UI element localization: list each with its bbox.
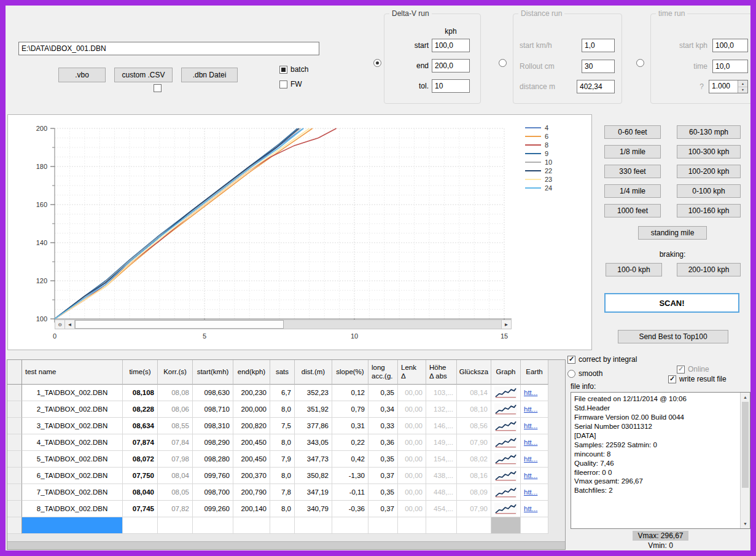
col-header-start[interactable]: start(kmh) bbox=[193, 360, 233, 385]
correct-by-integral-checkbox[interactable]: ✓ correct by integral bbox=[567, 355, 637, 364]
col-header-end[interactable]: end(kph) bbox=[233, 360, 270, 385]
row-header[interactable] bbox=[7, 501, 22, 517]
col-header-sats[interactable]: sats bbox=[270, 360, 295, 385]
quick-button-1-8-mile[interactable]: 1/8 mile bbox=[604, 145, 661, 159]
cell-sats-empty[interactable] bbox=[270, 517, 295, 534]
earth-link[interactable]: htt... bbox=[524, 422, 537, 429]
delta-end-input[interactable] bbox=[432, 59, 470, 72]
cell-earth-empty[interactable] bbox=[521, 517, 548, 534]
graph-cell[interactable] bbox=[491, 418, 521, 434]
braking-200-100-button[interactable]: 200-100 kph bbox=[677, 263, 741, 276]
earth-link[interactable]: htt... bbox=[524, 389, 537, 396]
table-row[interactable]: 8_TA\DBOX_002.DBN07,74507,82099,260200,1… bbox=[7, 501, 565, 517]
row-header[interactable] bbox=[7, 517, 22, 534]
cell-lenk-empty[interactable] bbox=[398, 517, 426, 534]
delta-v-radio[interactable] bbox=[373, 59, 381, 67]
chart-scrollbar-track[interactable] bbox=[284, 320, 501, 329]
scroll-right-icon[interactable]: ► bbox=[501, 320, 511, 329]
graph-cell[interactable] bbox=[491, 468, 521, 484]
rollout-input[interactable] bbox=[582, 60, 615, 73]
row-header[interactable] bbox=[7, 468, 22, 484]
earth-link[interactable]: htt... bbox=[524, 488, 537, 496]
file-info-scrollbar[interactable]: ▲ ▼ bbox=[740, 393, 750, 528]
dbn-datei-button[interactable]: .dbn Datei bbox=[181, 68, 238, 82]
earth-link[interactable]: htt... bbox=[524, 505, 537, 512]
vbo-button[interactable]: .vbo bbox=[58, 68, 106, 82]
scroll-up-icon[interactable]: ▲ bbox=[741, 393, 750, 402]
spin-up-icon[interactable]: ▲ bbox=[738, 80, 747, 87]
row-header[interactable] bbox=[7, 385, 22, 401]
cell-start-empty[interactable] bbox=[193, 517, 233, 534]
cell-dist-empty[interactable] bbox=[295, 517, 332, 534]
table-row[interactable]: 1_TA\DBOX_002.DBN08,10808,08098,630200,2… bbox=[7, 385, 565, 401]
table-row[interactable]: 3_TA\DBOX_002.DBN08,63408,55098,310200,8… bbox=[7, 418, 565, 434]
table-row[interactable]: 4_TA\DBOX_002.DBN07,87407,84098,290200,4… bbox=[7, 434, 565, 451]
col-header-slope[interactable]: slope(%) bbox=[332, 360, 368, 385]
time-start-input[interactable] bbox=[712, 39, 748, 52]
table-row[interactable]: 5_TA\DBOX_002.DBN08,07207,98098,280200,4… bbox=[7, 451, 565, 468]
quick-button-1000-feet[interactable]: 1000 feet bbox=[604, 204, 661, 217]
quick-button-0-100-kph[interactable]: 0-100 kph bbox=[677, 184, 741, 198]
earth-link[interactable]: htt... bbox=[524, 472, 537, 479]
graph-cell[interactable] bbox=[491, 434, 521, 451]
graph-cell[interactable] bbox=[491, 501, 521, 517]
col-header-time[interactable]: time(s) bbox=[123, 360, 158, 385]
info-scrollbar-track[interactable] bbox=[741, 488, 750, 519]
zoom-out-icon[interactable]: ⊖ bbox=[55, 320, 65, 329]
info-scrollbar-thumb[interactable] bbox=[742, 402, 749, 488]
write-result-file-checkbox[interactable]: ✓ write result file bbox=[668, 375, 727, 383]
time-input[interactable] bbox=[712, 60, 748, 73]
factor-spinner[interactable]: 1.000 ▲ ▼ bbox=[709, 80, 748, 93]
chart-scrollbar-thumb[interactable] bbox=[75, 320, 284, 329]
row-header[interactable] bbox=[7, 418, 22, 434]
distance-m-input[interactable] bbox=[577, 80, 615, 93]
cell-glueck-empty[interactable] bbox=[457, 517, 491, 534]
col-header-graph[interactable]: Graph bbox=[491, 360, 521, 385]
scan-button[interactable]: SCAN! bbox=[604, 293, 739, 313]
cell-end-empty[interactable] bbox=[233, 517, 270, 534]
earth-link[interactable]: htt... bbox=[524, 455, 537, 463]
time-radio[interactable] bbox=[636, 59, 644, 67]
col-header-acc[interactable]: long acc.(g. bbox=[368, 360, 398, 385]
cell-korr-empty[interactable] bbox=[158, 517, 193, 534]
row-header[interactable] bbox=[7, 451, 22, 468]
col-header-name[interactable]: test name bbox=[22, 360, 123, 385]
spin-down-icon[interactable]: ▼ bbox=[738, 87, 747, 93]
row-header[interactable] bbox=[7, 401, 22, 418]
earth-link[interactable]: htt... bbox=[524, 405, 537, 413]
braking-100-0-button[interactable]: 100-0 kph bbox=[606, 263, 662, 276]
quick-button-100-200-kph[interactable]: 100-200 kph bbox=[677, 165, 741, 178]
online-checkbox[interactable]: ✓ Online bbox=[677, 365, 709, 374]
cell-time-empty[interactable] bbox=[123, 517, 158, 534]
table-h-scrollbar[interactable] bbox=[7, 541, 565, 549]
distance-radio[interactable] bbox=[499, 59, 507, 67]
col-header-earth[interactable]: Earth bbox=[521, 360, 548, 385]
cell-slope-empty[interactable] bbox=[332, 517, 368, 534]
earth-link[interactable]: htt... bbox=[524, 439, 537, 446]
standing-mile-button[interactable]: standing mile bbox=[638, 226, 707, 240]
fw-checkbox[interactable]: FW bbox=[279, 80, 302, 88]
smooth-radio[interactable]: smooth bbox=[567, 369, 602, 378]
new-row[interactable] bbox=[7, 517, 565, 534]
unlabeled-checkbox[interactable] bbox=[154, 84, 162, 92]
file-path-input[interactable] bbox=[18, 42, 319, 55]
quick-button-330-feet[interactable]: 330 feet bbox=[604, 165, 661, 178]
delta-tol-input[interactable] bbox=[432, 79, 470, 93]
custom-csv-button[interactable]: custom .CSV bbox=[114, 68, 173, 82]
cell-graph-empty[interactable] bbox=[491, 517, 521, 534]
scroll-down-icon[interactable]: ▼ bbox=[741, 519, 750, 528]
quick-button-100-300-kph[interactable]: 100-300 kph bbox=[677, 145, 741, 159]
delta-start-input[interactable] bbox=[432, 39, 470, 52]
quick-button-0-60-feet[interactable]: 0-60 feet bbox=[604, 125, 661, 139]
table-row[interactable]: 7_TA\DBOX_002.DBN08,04008,05098,700200,7… bbox=[7, 484, 565, 501]
quick-button-1-4-mile[interactable]: 1/4 mile bbox=[604, 184, 661, 198]
cell-name-empty[interactable] bbox=[22, 517, 123, 534]
batch-checkbox[interactable]: batch bbox=[279, 65, 308, 74]
chart-h-scrollbar[interactable]: ⊖ ◄ ► bbox=[55, 319, 512, 329]
graph-cell[interactable] bbox=[491, 451, 521, 468]
graph-cell[interactable] bbox=[491, 484, 521, 501]
quick-button-60-130-mph[interactable]: 60-130 mph bbox=[677, 125, 741, 139]
table-row[interactable]: 6_TA\DBOX_002.DBN07,75008,04099,760200,3… bbox=[7, 468, 565, 484]
col-header-dist[interactable]: dist.(m) bbox=[295, 360, 332, 385]
graph-cell[interactable] bbox=[491, 401, 521, 418]
